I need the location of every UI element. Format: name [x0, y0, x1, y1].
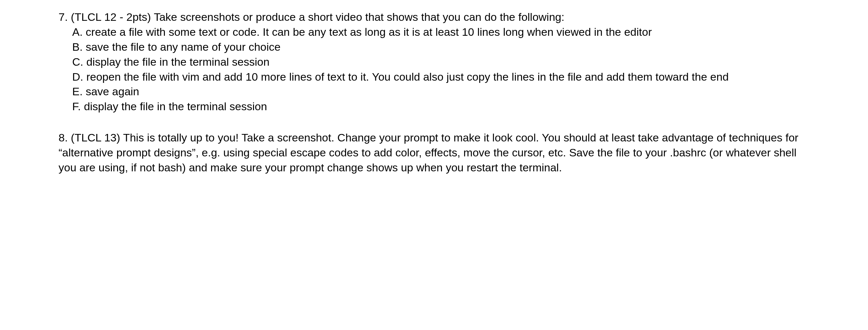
question-intro-text: (TLCL 12 - 2pts) Take screenshots or pro…	[71, 11, 565, 23]
question-8: 8. (TLCL 13) This is totally up to you! …	[59, 130, 809, 175]
subitem-text: reopen the file with vim and add 10 more…	[86, 71, 728, 83]
subitem-label: B.	[72, 41, 83, 53]
subitem-e: E. save again	[72, 84, 809, 99]
subitem-label: A.	[72, 26, 83, 38]
subitem-b: B. save the file to any name of your cho…	[72, 40, 809, 55]
question-7: 7. (TLCL 12 - 2pts) Take screenshots or …	[59, 10, 809, 114]
subitem-label: C.	[72, 56, 83, 68]
subitem-text: save again	[86, 85, 139, 98]
subitem-c: C. display the file in the terminal sess…	[72, 55, 809, 70]
question-7-intro: 7. (TLCL 12 - 2pts) Take screenshots or …	[59, 10, 809, 25]
subitem-f: F. display the file in the terminal sess…	[72, 99, 809, 114]
question-number: 8.	[59, 131, 68, 144]
subitem-d: D. reopen the file with vim and add 10 m…	[72, 70, 809, 85]
subitem-label: F.	[72, 100, 81, 112]
subitem-text: save the file to any name of your choice	[86, 41, 281, 53]
question-7-subitems: A. create a file with some text or code.…	[59, 25, 809, 114]
subitem-text: create a file with some text or code. It…	[86, 26, 652, 38]
question-8-intro: 8. (TLCL 13) This is totally up to you! …	[59, 130, 809, 175]
subitem-label: D.	[72, 71, 83, 83]
subitem-text: display the file in the terminal session	[86, 56, 269, 68]
question-number: 7.	[59, 11, 68, 23]
subitem-a: A. create a file with some text or code.…	[72, 25, 809, 40]
subitem-label: E.	[72, 85, 83, 98]
question-intro-text: (TLCL 13) This is totally up to you! Tak…	[59, 131, 798, 174]
subitem-text: display the file in the terminal session	[84, 100, 267, 112]
